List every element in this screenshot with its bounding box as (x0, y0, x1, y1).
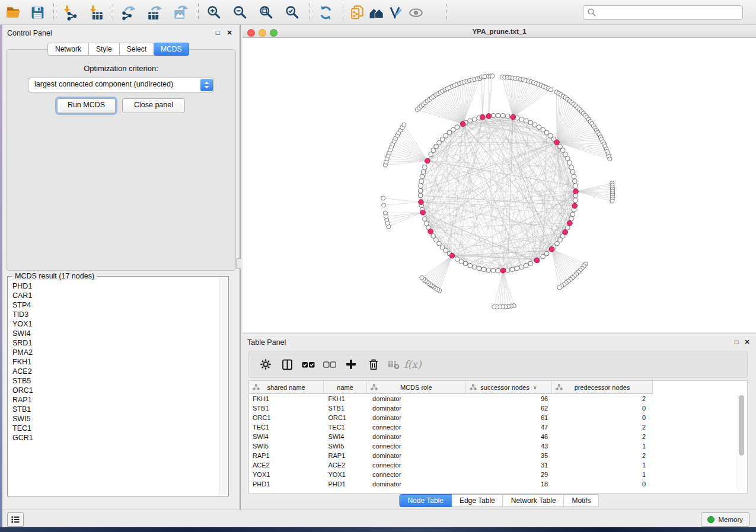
memory-button[interactable]: Memory (701, 512, 749, 527)
table-cell[interactable]: ORC1 (326, 413, 371, 422)
table-cell[interactable]: connector (370, 460, 470, 470)
tab-node-table[interactable]: Node Table (399, 494, 452, 507)
network-window-titlebar[interactable]: YPA_prune.txt_1 (243, 27, 756, 38)
table-cell[interactable]: TEC1 (249, 422, 326, 432)
table-cell[interactable]: connector (370, 470, 470, 479)
table-cell[interactable]: 96 (470, 394, 554, 403)
table-scrollbar[interactable] (738, 395, 745, 490)
result-node-item[interactable]: SRD1 (9, 338, 219, 348)
float-panel-icon[interactable]: □ (213, 28, 222, 37)
delete-row-icon[interactable] (365, 357, 382, 372)
save-session-icon[interactable] (28, 4, 46, 21)
table-row[interactable]: RAP1RAP1dominator352 (249, 451, 653, 460)
zoom-selected-icon[interactable] (283, 4, 301, 21)
delete-table-icon[interactable] (385, 357, 402, 372)
table-row[interactable]: ORC1ORC1dominator610 (249, 413, 653, 422)
table-cell[interactable]: connector (370, 422, 470, 432)
result-node-item[interactable]: PHD1 (9, 281, 219, 291)
result-node-item[interactable]: STP4 (9, 300, 219, 310)
result-node-item[interactable]: ORC1 (9, 386, 219, 395)
table-cell[interactable]: ORC1 (249, 413, 326, 422)
import-table-icon[interactable] (87, 4, 104, 21)
column-header-shared-name[interactable]: shared name (249, 381, 324, 393)
result-node-item[interactable]: STB1 (9, 405, 219, 414)
run-mcds-button[interactable]: Run MCDS (57, 98, 116, 113)
function-builder-icon[interactable]: f(x) (404, 357, 421, 372)
table-cell[interactable]: 47 (470, 422, 554, 432)
table-cell[interactable]: dominator (370, 413, 470, 422)
column-header-MCDS-role[interactable]: MCDS role (367, 381, 466, 393)
table-cell[interactable]: SWI4 (326, 432, 371, 441)
table-cell[interactable]: STB1 (326, 403, 371, 413)
table-cell[interactable]: 43 (470, 441, 554, 451)
result-node-item[interactable]: CAR1 (9, 291, 219, 300)
table-cell[interactable]: 2 (554, 394, 653, 403)
table-cell[interactable]: RAP1 (249, 451, 326, 460)
deselect-all-icon[interactable] (321, 357, 338, 372)
network-from-selection-icon[interactable] (349, 4, 366, 21)
refresh-view-icon[interactable] (317, 4, 334, 21)
close-panel-icon[interactable]: ✕ (225, 28, 234, 37)
table-cell[interactable]: connector (370, 441, 470, 451)
zoom-in-icon[interactable] (205, 4, 223, 21)
tab-select[interactable]: Select (120, 43, 154, 56)
table-row[interactable]: STB1STB1dominator620 (249, 403, 653, 413)
table-cell[interactable]: 2 (554, 422, 653, 432)
table-cell[interactable]: 0 (554, 413, 653, 422)
result-node-item[interactable]: GCR1 (9, 433, 219, 443)
optimization-select[interactable]: largest connected component (undirected) (28, 78, 214, 92)
task-history-button[interactable] (7, 512, 24, 527)
table-cell[interactable]: dominator (370, 394, 470, 403)
column-header-predecessor-nodes[interactable]: predecessor nodes (552, 381, 653, 393)
table-cell[interactable]: 1 (554, 441, 653, 451)
table-row[interactable]: FKH1FKH1dominator962 (249, 394, 653, 403)
table-cell[interactable]: STB1 (249, 403, 326, 413)
table-cell[interactable]: 29 (470, 470, 554, 479)
table-cell[interactable]: RAP1 (326, 451, 371, 460)
result-node-item[interactable]: FKH1 (9, 357, 219, 367)
float-table-panel-icon[interactable]: □ (732, 338, 741, 346)
result-node-item[interactable]: SWI4 (9, 329, 219, 338)
result-node-item[interactable]: YOX1 (9, 319, 219, 329)
result-scrollbar[interactable] (219, 278, 227, 495)
table-row[interactable]: SWI4SWI4dominator462 (249, 432, 653, 441)
result-node-item[interactable]: STB5 (9, 376, 219, 386)
table-row[interactable]: ACE2ACE2connector311 (249, 460, 653, 470)
table-cell[interactable]: 18 (470, 479, 554, 489)
table-cell[interactable]: SWI4 (249, 432, 326, 441)
table-cell[interactable]: ACE2 (326, 460, 371, 470)
search-input[interactable] (599, 7, 739, 18)
table-cell[interactable]: 35 (470, 451, 554, 460)
table-cell[interactable]: dominator (370, 403, 470, 413)
export-table-icon[interactable] (146, 4, 164, 21)
zoom-out-icon[interactable] (231, 4, 249, 21)
table-cell[interactable]: PHD1 (249, 479, 326, 489)
table-cell[interactable]: 1 (554, 460, 653, 470)
select-all-icon[interactable] (300, 357, 317, 372)
result-node-item[interactable]: TEC1 (9, 424, 219, 433)
table-cell[interactable]: dominator (370, 479, 470, 489)
table-cell[interactable]: 0 (554, 403, 653, 413)
result-node-item[interactable]: SWI5 (9, 414, 219, 424)
houses-icon[interactable] (368, 4, 385, 21)
tab-network-table[interactable]: Network Table (503, 494, 564, 507)
tab-edge-table[interactable]: Edge Table (452, 494, 503, 507)
table-cell[interactable]: FKH1 (326, 394, 371, 403)
table-cell[interactable]: SWI5 (249, 441, 326, 451)
tab-network[interactable]: Network (47, 43, 89, 56)
result-node-item[interactable]: PMA2 (9, 348, 219, 357)
zoom-fit-icon[interactable] (257, 4, 275, 21)
open-file-icon[interactable] (5, 4, 23, 21)
result-node-item[interactable]: ACE2 (9, 367, 219, 376)
table-scrollbar-thumb[interactable] (739, 395, 744, 456)
columns-icon[interactable] (279, 357, 295, 372)
import-network-icon[interactable] (60, 4, 78, 21)
export-network-icon[interactable] (120, 4, 138, 21)
table-cell[interactable]: 31 (470, 460, 554, 470)
table-row[interactable]: PHD1PHD1dominator180 (249, 479, 653, 489)
tab-style[interactable]: Style (89, 43, 120, 56)
eye-icon[interactable] (407, 4, 425, 21)
table-cell[interactable]: 2 (554, 451, 653, 460)
table-row[interactable]: TEC1TEC1connector472 (249, 422, 653, 432)
tab-motifs[interactable]: Motifs (564, 494, 599, 507)
